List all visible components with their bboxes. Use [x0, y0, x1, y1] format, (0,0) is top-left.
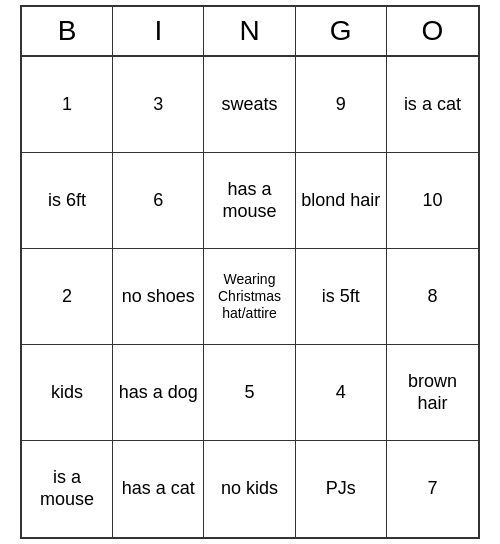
- bingo-grid: 13sweats9is a catis 6ft6has a mouseblond…: [22, 57, 478, 537]
- bingo-cell-12: Wearing Christmas hat/attire: [204, 249, 295, 345]
- bingo-cell-2: sweats: [204, 57, 295, 153]
- bingo-cell-5: is 6ft: [22, 153, 113, 249]
- bingo-cell-8: blond hair: [296, 153, 387, 249]
- bingo-cell-9: 10: [387, 153, 478, 249]
- bingo-cell-19: brown hair: [387, 345, 478, 441]
- bingo-cell-20: is a mouse: [22, 441, 113, 537]
- bingo-cell-17: 5: [204, 345, 295, 441]
- bingo-cell-23: PJs: [296, 441, 387, 537]
- bingo-header-letter-g: G: [296, 7, 387, 55]
- bingo-header-letter-i: I: [113, 7, 204, 55]
- bingo-cell-22: no kids: [204, 441, 295, 537]
- bingo-cell-15: kids: [22, 345, 113, 441]
- bingo-cell-11: no shoes: [113, 249, 204, 345]
- bingo-header-letter-o: O: [387, 7, 478, 55]
- bingo-cell-1: 3: [113, 57, 204, 153]
- bingo-cell-13: is 5ft: [296, 249, 387, 345]
- bingo-header-letter-n: N: [204, 7, 295, 55]
- bingo-cell-18: 4: [296, 345, 387, 441]
- bingo-cell-0: 1: [22, 57, 113, 153]
- bingo-cell-21: has a cat: [113, 441, 204, 537]
- bingo-cell-16: has a dog: [113, 345, 204, 441]
- bingo-cell-24: 7: [387, 441, 478, 537]
- bingo-cell-10: 2: [22, 249, 113, 345]
- bingo-header-letter-b: B: [22, 7, 113, 55]
- bingo-cell-14: 8: [387, 249, 478, 345]
- bingo-cell-4: is a cat: [387, 57, 478, 153]
- bingo-cell-3: 9: [296, 57, 387, 153]
- bingo-board: BINGO 13sweats9is a catis 6ft6has a mous…: [20, 5, 480, 539]
- bingo-cell-7: has a mouse: [204, 153, 295, 249]
- bingo-cell-6: 6: [113, 153, 204, 249]
- bingo-header: BINGO: [22, 7, 478, 57]
